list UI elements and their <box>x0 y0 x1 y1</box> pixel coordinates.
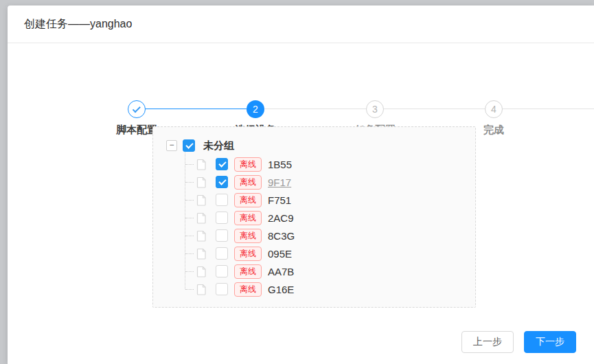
device-checkbox[interactable] <box>216 229 228 242</box>
offline-status-badge: 离线 <box>234 157 262 172</box>
dialog-title: 创建任务——yanghao <box>24 17 132 32</box>
step-number: 3 <box>372 104 378 115</box>
device-row: 离线 8C3G <box>166 227 475 244</box>
file-icon <box>196 194 207 206</box>
device-row: 离线 095E <box>166 244 475 262</box>
device-checkbox[interactable] <box>216 247 228 260</box>
device-name[interactable]: 1B55 <box>268 159 292 170</box>
tree-root-row: − 未分组 <box>166 136 475 155</box>
file-icon <box>196 248 207 260</box>
file-icon <box>196 284 207 295</box>
device-name[interactable]: F751 <box>268 194 291 206</box>
offline-status-badge: 离线 <box>234 193 262 207</box>
step-number: 2 <box>253 104 258 115</box>
device-row: 离线 G16E <box>166 280 475 298</box>
device-tree-panel: − 未分组 离线 1B55 离线 9F17 <box>152 126 476 308</box>
file-icon <box>196 212 207 224</box>
device-checkbox[interactable] <box>216 212 228 224</box>
next-step-button[interactable]: 下一步 <box>524 331 576 353</box>
create-task-dialog: 创建任务——yanghao 2 3 4 脚本配置 选择设备 任务配置 完成 − … <box>8 5 594 364</box>
device-name[interactable]: G16E <box>268 284 294 295</box>
offline-status-badge: 离线 <box>234 211 262 225</box>
group-label: 未分组 <box>203 139 234 152</box>
device-name[interactable]: 8C3G <box>268 230 295 242</box>
device-name[interactable]: 095E <box>268 248 292 260</box>
prev-step-button[interactable]: 上一步 <box>461 331 514 353</box>
device-name[interactable]: 9F17 <box>268 177 291 188</box>
dialog-footer: 上一步 下一步 <box>461 331 576 353</box>
offline-status-badge: 离线 <box>234 282 262 297</box>
step-finished-check-icon <box>132 104 140 113</box>
file-icon <box>196 230 207 242</box>
dialog-header: 创建任务——yanghao <box>8 5 594 43</box>
device-checkbox[interactable] <box>216 158 228 170</box>
device-row: 离线 9F17 <box>166 173 475 191</box>
step-4-circle: 4 <box>485 100 503 118</box>
step-connector-2-3 <box>264 109 366 109</box>
file-icon <box>196 266 207 277</box>
device-row: 离线 F751 <box>166 191 475 209</box>
offline-status-badge: 离线 <box>234 229 262 243</box>
step-connector-1-2 <box>146 109 247 109</box>
step-connector-tail <box>503 109 594 109</box>
device-name[interactable]: AA7B <box>268 266 294 277</box>
step-2-circle[interactable]: 2 <box>247 100 264 118</box>
file-icon <box>196 159 207 170</box>
offline-status-badge: 离线 <box>234 175 262 190</box>
wizard-stepper: 2 3 4 脚本配置 选择设备 任务配置 完成 <box>8 43 594 112</box>
step-number: 4 <box>491 104 496 115</box>
device-name[interactable]: 2AC9 <box>268 212 294 224</box>
collapse-toggle[interactable]: − <box>166 140 177 151</box>
offline-status-badge: 离线 <box>234 247 262 261</box>
device-checkbox[interactable] <box>216 176 228 188</box>
group-checkbox[interactable] <box>183 139 195 152</box>
device-checkbox[interactable] <box>216 283 228 295</box>
device-checkbox[interactable] <box>216 265 228 277</box>
device-checkbox[interactable] <box>216 194 228 206</box>
device-row: 离线 2AC9 <box>166 209 475 227</box>
offline-status-badge: 离线 <box>234 264 262 279</box>
device-list: 离线 1B55 离线 9F17 离线 F751 <box>166 155 475 298</box>
device-row: 离线 1B55 <box>166 155 475 173</box>
file-icon <box>196 177 207 188</box>
step-3-circle: 3 <box>366 100 384 118</box>
step-1-circle[interactable] <box>128 100 146 118</box>
step-connector-3-4 <box>384 109 485 109</box>
device-row: 离线 AA7B <box>166 262 475 280</box>
